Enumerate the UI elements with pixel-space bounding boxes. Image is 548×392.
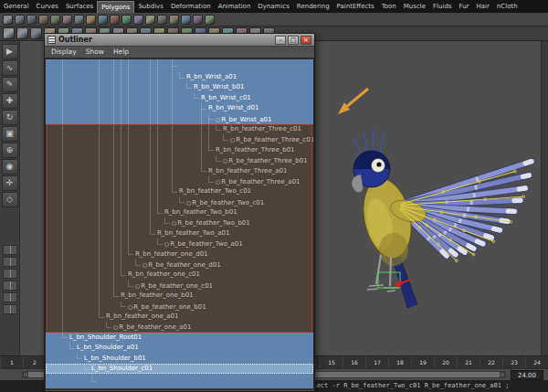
status-icon[interactable] — [86, 15, 96, 25]
outliner-row[interactable] — [46, 59, 313, 72]
frame-22[interactable]: 22 — [480, 356, 502, 368]
menu-general[interactable]: General — [0, 0, 33, 13]
status-icon[interactable] — [205, 15, 215, 25]
outliner-row[interactable]: ○R_be_feather_one_d01 — [46, 260, 313, 270]
layout-three-pane[interactable] — [3, 292, 17, 302]
status-icon[interactable] — [62, 15, 72, 25]
menu-dynamics[interactable]: Dynamics — [254, 0, 293, 13]
status-icon[interactable] — [38, 15, 48, 25]
menu-surfaces[interactable]: Surfaces — [62, 0, 97, 13]
outliner-row[interactable]: ○R_be_Wrist_a01 — [46, 114, 313, 124]
outliner-row[interactable]: ○R_be_feather_Three_a01 — [46, 176, 313, 186]
soft-mod-tool[interactable]: ◉ — [2, 159, 18, 175]
menu-muscle[interactable]: Muscle — [400, 0, 429, 13]
menu-animation[interactable]: Animation — [215, 0, 255, 13]
paint-select-tool[interactable]: ✎ — [2, 77, 18, 92]
menu-deformation[interactable]: Deformation — [167, 0, 215, 13]
status-icon[interactable] — [133, 15, 143, 25]
layout-outliner-persp[interactable] — [3, 304, 17, 314]
outliner-tree[interactable]: R_bn_Wrist_a01R_bn_Wrist_b01R_bn_Wrist_c… — [45, 58, 314, 390]
outliner-row[interactable]: R_bn_feather_Three_c01 — [46, 124, 313, 134]
minimize-button[interactable]: – — [275, 36, 286, 45]
shelf-icon[interactable] — [30, 27, 42, 39]
outliner-row[interactable]: L_bn_Shoulder_Root01 — [46, 333, 313, 343]
outliner-row[interactable]: L_bn_Shoulder_a01 — [46, 343, 313, 353]
outliner-row[interactable]: R_bn_feather_one_c01 — [46, 270, 313, 280]
panel-splitter[interactable] — [541, 41, 548, 355]
outliner-row[interactable]: ○R_be_feather_one_a01 — [46, 322, 313, 332]
status-icon[interactable] — [15, 15, 25, 25]
show-manips-tool[interactable]: ✛ — [2, 175, 18, 191]
outliner-row[interactable]: ○R_be_feather_Two_c01 — [46, 197, 313, 207]
outliner-row[interactable]: L_bn_Shoulder_b01 — [46, 354, 313, 364]
frame-19[interactable]: 19 — [411, 356, 434, 368]
outliner-row[interactable]: ○R_be_feather_one_b01 — [46, 302, 313, 312]
status-icon[interactable] — [74, 15, 84, 25]
range-start-handle[interactable] — [23, 372, 28, 377]
outliner-row[interactable]: R_bn_feather_Three_a01 — [46, 166, 313, 176]
frame-24[interactable]: 24 — [525, 356, 548, 368]
outliner-row[interactable]: R_bn_feather_one_a01 — [46, 312, 313, 322]
range-end-handle[interactable] — [500, 372, 505, 377]
playback-end-field[interactable]: 24.00 — [511, 370, 543, 380]
frame-1[interactable]: 1 — [0, 356, 23, 368]
status-icon[interactable] — [50, 15, 60, 25]
menu-polygons[interactable]: Polygons — [97, 1, 134, 13]
menu-ncloth[interactable]: nCloth — [493, 0, 522, 13]
lasso-tool[interactable]: ∿ — [2, 60, 18, 76]
layout-four-pane[interactable] — [3, 257, 17, 267]
rotate-tool[interactable]: ↻ — [2, 110, 18, 125]
shelf-icon[interactable] — [3, 27, 15, 39]
status-icon[interactable] — [121, 15, 132, 25]
frame-16[interactable]: 16 — [342, 356, 365, 368]
status-icon[interactable] — [98, 15, 108, 25]
status-icon[interactable] — [145, 15, 155, 25]
outliner-row[interactable]: L_bn_Shoulder_c01 — [46, 364, 313, 374]
outliner-row[interactable]: ○R_be_feather_Two_a01 — [46, 238, 313, 249]
menu-painteffects[interactable]: PaintEffects — [333, 0, 378, 13]
frame-15[interactable]: 15 — [320, 356, 342, 368]
outliner-row[interactable]: ○R_be_feather_Three_c01 — [46, 134, 313, 144]
outliner-menu-display[interactable]: Display — [47, 47, 81, 58]
status-icon[interactable] — [26, 15, 37, 25]
layout-two-pane-side[interactable] — [3, 269, 17, 279]
menu-subdivs[interactable]: Subdivs — [134, 0, 167, 13]
scale-tool[interactable]: ▣ — [2, 126, 18, 142]
outliner-row[interactable]: R_bn_feather_one_d01 — [46, 249, 313, 260]
status-icon[interactable] — [3, 15, 13, 25]
outliner-title-bar[interactable]: Outliner –□× — [45, 34, 314, 47]
move-tool[interactable]: ✚ — [2, 93, 18, 109]
outliner-menu-help[interactable]: Help — [109, 47, 133, 58]
outliner-row[interactable]: R_bn_Wrist_c01 — [46, 93, 313, 103]
outliner-row[interactable]: R_bn_feather_Two_c01 — [46, 186, 313, 196]
frame-18[interactable]: 18 — [388, 356, 411, 368]
layout-single-pane[interactable] — [3, 245, 17, 255]
menu-fur[interactable]: Fur — [456, 0, 473, 13]
outliner-row[interactable]: R_bn_Wrist_b01 — [46, 82, 313, 92]
outliner-menu-show[interactable]: Show — [81, 47, 109, 58]
universal-manip-tool[interactable]: ⊕ — [2, 143, 18, 158]
outliner-row[interactable]: R_bn_Wrist_a01 — [46, 72, 313, 82]
outliner-window[interactable]: Outliner –□× DisplayShowHelp R_bn_Wrist_… — [44, 33, 315, 392]
close-button[interactable]: × — [300, 36, 311, 45]
status-icon[interactable] — [181, 15, 191, 25]
status-icon[interactable] — [193, 15, 203, 25]
frame-2[interactable]: 2 — [23, 356, 46, 368]
menu-curves[interactable]: Curves — [33, 0, 62, 13]
outliner-row[interactable]: R_bn_feather_Two_b01 — [46, 207, 313, 217]
outliner-row[interactable]: ○R_be_feather_one_c01 — [46, 281, 313, 291]
shelf-icon[interactable] — [16, 27, 28, 39]
status-icon[interactable] — [157, 15, 167, 25]
menu-rendering[interactable]: Rendering — [293, 0, 333, 13]
menu-hair[interactable]: Hair — [472, 0, 492, 13]
frame-17[interactable]: 17 — [365, 356, 388, 368]
outliner-row[interactable]: R_bn_feather_one_b01 — [46, 291, 313, 301]
menu-toon[interactable]: Toon — [378, 0, 400, 13]
outliner-row[interactable] — [46, 374, 313, 388]
frame-21[interactable]: 21 — [457, 356, 480, 368]
last-tool[interactable]: ◇ — [2, 192, 18, 207]
layout-two-pane-stacked[interactable] — [3, 281, 17, 291]
menu-fluids[interactable]: Fluids — [429, 0, 455, 13]
outliner-row[interactable]: R_bn_Wrist_d01 — [46, 103, 313, 113]
outliner-row[interactable]: R_bn_feather_Two_a01 — [46, 228, 313, 238]
